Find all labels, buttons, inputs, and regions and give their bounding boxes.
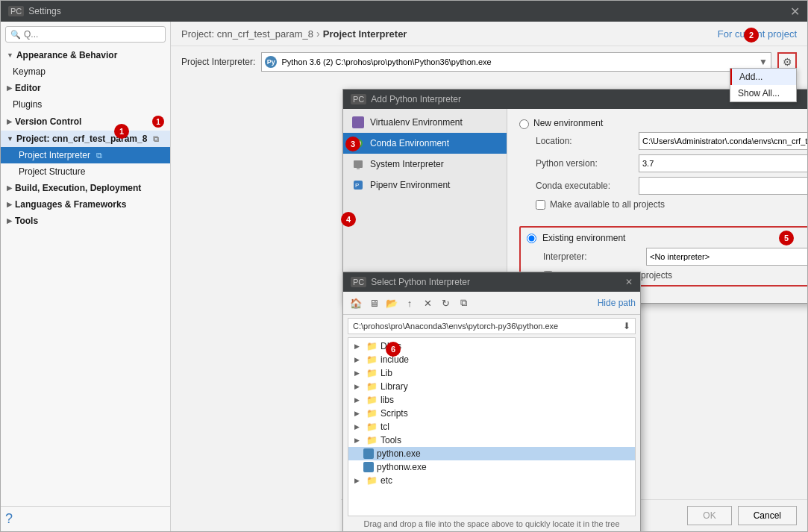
interpreter-row: Project Interpreter: Py Python 3.6 (2) C… bbox=[171, 46, 807, 78]
interp-row: Interpreter: <No interpreter> ▼ … bbox=[543, 248, 807, 266]
sidebar-item-plugins[interactable]: Plugins bbox=[1, 96, 170, 113]
select-interp-title: Select Python Interpreter bbox=[371, 277, 470, 287]
expand-arrow-icon: ▶ bbox=[354, 477, 363, 484]
step-badge-1: 1 bbox=[114, 124, 129, 139]
sidebar-item-tools[interactable]: ▶ Tools bbox=[1, 213, 170, 229]
expand-icon: ▶ bbox=[7, 84, 12, 92]
folder-label: Tools bbox=[380, 435, 401, 445]
sidebar-item-vcs[interactable]: ▶ Version Control 1 bbox=[1, 113, 170, 131]
delete-btn[interactable]: ✕ bbox=[419, 295, 436, 311]
folder-label: etc bbox=[380, 475, 392, 486]
sidebar-item-keymap[interactable]: Keymap bbox=[1, 63, 170, 80]
drag-drop-hint: Drag and drop a file into the space abov… bbox=[343, 516, 640, 531]
existing-env-radio[interactable] bbox=[527, 234, 536, 243]
sidebar-label: Build, Execution, Deployment bbox=[15, 183, 141, 193]
sidebar-system[interactable]: System Interpreter bbox=[343, 154, 507, 175]
expand-arrow-icon: ▶ bbox=[354, 383, 363, 390]
sidebar-item-editor[interactable]: ▶ Editor bbox=[1, 80, 170, 96]
breadcrumb-project: Project: cnn_crf_test_param_8 bbox=[181, 28, 313, 40]
select-interp-close-icon[interactable]: ✕ bbox=[625, 277, 633, 287]
sidebar-label: Plugins bbox=[13, 99, 42, 110]
folder-label: Library bbox=[380, 381, 408, 392]
close-icon[interactable]: ✕ bbox=[790, 4, 800, 19]
up-btn[interactable]: ↑ bbox=[401, 295, 418, 311]
sidebar-label: Appearance & Behavior bbox=[16, 50, 117, 60]
add-button[interactable]: Add... bbox=[730, 69, 796, 85]
expand-arrow-icon: ▶ bbox=[354, 423, 363, 431]
expand-arrow-icon: ▶ bbox=[354, 436, 363, 444]
settings-ok-button[interactable]: OK bbox=[687, 506, 731, 525]
sidebar-pipenv[interactable]: P Pipenv Environment bbox=[343, 175, 507, 195]
conda-exec-row: Conda executable: 📁 bbox=[536, 177, 807, 195]
expand-icon: ▶ bbox=[7, 201, 12, 208]
make-available-checkbox[interactable] bbox=[536, 200, 545, 210]
settings-cancel-button[interactable]: Cancel bbox=[738, 506, 797, 525]
breadcrumb-section: Project Interpreter bbox=[323, 28, 407, 40]
file-toolbar: 🏠 🖥 📂 ↑ ✕ ↻ ⧉ Hide path bbox=[343, 292, 640, 315]
tree-item-tcl[interactable]: ▶ 📁 tcl bbox=[348, 420, 635, 434]
new-env-radio[interactable] bbox=[519, 119, 529, 129]
expand-arrow-icon: ▶ bbox=[354, 410, 363, 417]
show-all-button[interactable]: Show All... bbox=[730, 85, 796, 101]
interp-select[interactable]: <No interpreter> ▼ bbox=[646, 248, 807, 266]
virtualenv-label: Virtualenv Environment bbox=[370, 117, 463, 128]
hide-path-link[interactable]: Hide path bbox=[598, 298, 636, 308]
python-version-row: Python version: ▼ bbox=[536, 154, 807, 172]
tree-item-scripts[interactable]: ▶ 📁 Scripts bbox=[348, 407, 635, 420]
sidebar-bottom: ? bbox=[1, 506, 170, 531]
sidebar: 🔍 ▼ Appearance & Behavior Keymap ▶ Edito… bbox=[1, 22, 171, 531]
sidebar-item-appearance[interactable]: ▼ Appearance & Behavior bbox=[1, 47, 170, 63]
folder-icon: 📁 bbox=[366, 381, 378, 392]
expand-icon: ▶ bbox=[7, 184, 12, 192]
conda-exec-input[interactable] bbox=[639, 177, 807, 195]
python-version-input[interactable] bbox=[639, 154, 807, 172]
search-box[interactable]: 🔍 bbox=[5, 26, 166, 43]
tree-item-tools[interactable]: ▶ 📁 Tools bbox=[348, 434, 635, 447]
home-btn[interactable]: 🏠 bbox=[348, 295, 364, 311]
sidebar-conda[interactable]: Conda Environment bbox=[343, 133, 507, 154]
sidebar-item-project[interactable]: ▼ Project: cnn_crf_test_param_8 ⧉ bbox=[1, 131, 170, 147]
folder-btn[interactable]: 📂 bbox=[383, 295, 400, 311]
svg-text:P: P bbox=[355, 182, 359, 189]
existing-env-radio-row: Existing environment bbox=[527, 232, 807, 243]
tree-item-library[interactable]: ▶ 📁 Library bbox=[348, 380, 635, 393]
sidebar-label: Project Structure bbox=[19, 166, 85, 177]
location-label: Location: bbox=[536, 136, 633, 146]
desktop-btn[interactable]: 🖥 bbox=[366, 295, 382, 311]
tree-item-etc[interactable]: ▶ 📁 etc bbox=[348, 474, 635, 487]
folder-icon: 📁 bbox=[366, 422, 378, 432]
breadcrumb-arrow: › bbox=[316, 28, 320, 40]
radio-group: New environment Location: 📁 bbox=[519, 118, 807, 287]
pythonw-exe-icon bbox=[363, 462, 374, 472]
refresh-btn[interactable]: ↻ bbox=[437, 295, 454, 311]
dropdown-menu: Add... Show All... bbox=[730, 68, 797, 102]
expand-arrow-icon: ▶ bbox=[354, 369, 363, 377]
step-badge-2: 2 bbox=[744, 28, 759, 43]
expand-arrow-icon: ▶ bbox=[354, 396, 363, 404]
sidebar-label: Project Interpreter bbox=[19, 150, 90, 160]
sidebar-item-build[interactable]: ▶ Build, Execution, Deployment bbox=[1, 180, 170, 196]
folder-label: tcl bbox=[380, 422, 389, 432]
search-input[interactable] bbox=[24, 29, 160, 40]
download-icon: ⬇ bbox=[623, 321, 630, 331]
tree-item-libs[interactable]: ▶ 📁 libs bbox=[348, 393, 635, 407]
window-icon: PC bbox=[8, 6, 24, 16]
file-label: pythonw.exe bbox=[377, 462, 427, 472]
sidebar-item-project-structure[interactable]: Project Structure bbox=[1, 163, 170, 180]
new-env-label: New environment bbox=[533, 118, 603, 128]
sidebar-item-languages[interactable]: ▶ Languages & Frameworks bbox=[1, 196, 170, 213]
tree-item-python-exe[interactable]: python.exe bbox=[348, 447, 635, 460]
svg-rect-4 bbox=[357, 168, 360, 169]
help-icon[interactable]: ? bbox=[5, 511, 13, 526]
sidebar-virtualenv[interactable]: Virtualenv Environment bbox=[343, 112, 507, 133]
tree-item-pythonw-exe[interactable]: pythonw.exe bbox=[348, 460, 635, 474]
system-icon bbox=[352, 158, 364, 170]
conda-exec-label: Conda executable: bbox=[536, 181, 633, 191]
sidebar-item-project-interpreter[interactable]: Project Interpreter ⧉ bbox=[1, 147, 170, 163]
tree-item-lib[interactable]: ▶ 📁 Lib bbox=[348, 366, 635, 380]
location-input[interactable] bbox=[639, 132, 807, 150]
copy-btn[interactable]: ⧉ bbox=[455, 295, 472, 311]
folder-label: libs bbox=[380, 395, 394, 405]
dialog-icon: PC bbox=[351, 94, 366, 104]
interpreter-select[interactable]: Py Python 3.6 (2) C:\prohos\pro\python\P… bbox=[261, 52, 771, 72]
